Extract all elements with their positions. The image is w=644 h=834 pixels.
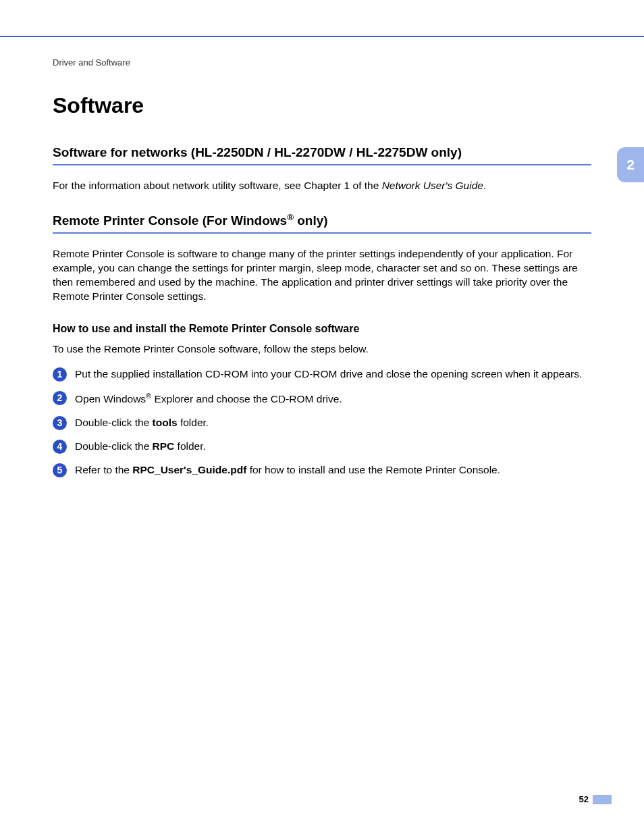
step-number-icon: 1 xyxy=(53,367,67,382)
step4-post: folder. xyxy=(174,440,206,452)
page-title: Software xyxy=(53,93,591,118)
step-text: Put the supplied installation CD-ROM int… xyxy=(75,367,591,382)
step-text: Double-click the tools folder. xyxy=(75,416,591,430)
chapter-tab-number: 2 xyxy=(626,157,635,173)
section2-heading-pre: Remote Printer Console (For Windows xyxy=(53,213,287,228)
list-item: 1 Put the supplied installation CD-ROM i… xyxy=(53,367,591,382)
step-number-icon: 2 xyxy=(53,391,67,405)
page-content: Driver and Software Software Software fo… xyxy=(0,37,644,477)
footer: 52 xyxy=(579,794,612,804)
section-heading-networks: Software for networks (HL-2250DN / HL-22… xyxy=(53,145,591,165)
section1-para-italic: Network User's Guide xyxy=(382,180,483,191)
step3-bold: tools xyxy=(153,417,178,428)
step-list: 1 Put the supplied installation CD-ROM i… xyxy=(53,367,591,477)
step5-pre: Refer to the xyxy=(75,464,132,475)
footer-block-icon xyxy=(593,795,612,804)
step4-bold: RPC xyxy=(153,440,175,452)
list-item: 5 Refer to the RPC_User's_Guide.pdf for … xyxy=(53,463,591,477)
top-bar xyxy=(0,0,644,37)
sub-heading-howto: How to use and install the Remote Printe… xyxy=(53,323,591,335)
section2-paragraph: Remote Printer Console is software to ch… xyxy=(53,247,591,304)
list-item: 2 Open Windows® Explorer and choose the … xyxy=(53,391,591,407)
section-heading-remote-printer: Remote Printer Console (For Windows® onl… xyxy=(53,212,591,234)
step-number-icon: 5 xyxy=(53,463,67,477)
list-item: 4 Double-click the RPC folder. xyxy=(53,440,591,454)
section1-paragraph: For the information about network utilit… xyxy=(53,179,591,193)
step5-post: for how to install and use the Remote Pr… xyxy=(246,464,500,475)
step-number-icon: 3 xyxy=(53,416,67,430)
section2-heading-post: only) xyxy=(294,213,328,228)
list-item: 3 Double-click the tools folder. xyxy=(53,416,591,430)
step4-pre: Double-click the xyxy=(75,440,153,452)
step5-bold: RPC_User's_Guide.pdf xyxy=(132,464,246,475)
registered-icon: ® xyxy=(287,212,294,222)
section1-para-post: . xyxy=(483,180,486,191)
step3-post: folder. xyxy=(178,417,209,428)
intro-line: To use the Remote Printer Console softwa… xyxy=(53,343,591,355)
chapter-tab: 2 xyxy=(617,147,644,182)
step-text: Refer to the RPC_User's_Guide.pdf for ho… xyxy=(75,463,591,477)
page-number: 52 xyxy=(579,794,589,804)
step-number-icon: 4 xyxy=(53,440,67,454)
step2-post: Explorer and choose the CD-ROM drive. xyxy=(151,393,342,405)
step-text: Open Windows® Explorer and choose the CD… xyxy=(75,391,591,407)
section1-para-pre: For the information about network utilit… xyxy=(53,180,382,191)
step3-pre: Double-click the xyxy=(75,417,153,428)
registered-icon: ® xyxy=(146,392,151,400)
step2-pre: Open Windows xyxy=(75,393,146,405)
step-text: Double-click the RPC folder. xyxy=(75,440,591,454)
breadcrumb: Driver and Software xyxy=(53,57,591,68)
